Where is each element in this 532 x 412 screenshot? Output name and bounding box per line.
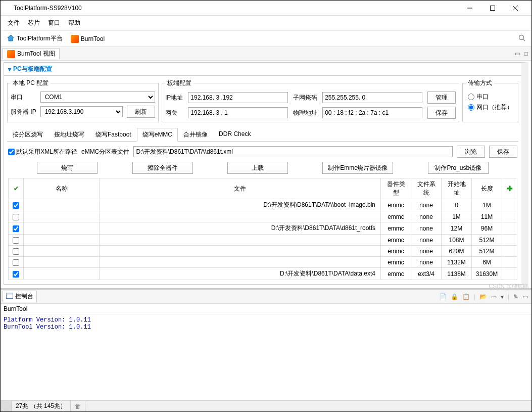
toolbar-burntool-label: BurnTool: [81, 35, 105, 42]
cell-dev: emmc: [381, 211, 411, 222]
console-output[interactable]: Platform Version: 1.0.11 BurnTool Versio…: [1, 314, 531, 400]
row-check[interactable]: [13, 214, 19, 220]
cell-start: 1M: [442, 211, 472, 222]
tab-merge[interactable]: 合并镜像: [178, 128, 213, 142]
tab-fastboot[interactable]: 烧写Fastboot: [90, 128, 137, 142]
svg-rect-1: [490, 6, 495, 10]
console-tool-5[interactable]: ▭: [490, 293, 498, 301]
cell-fs: none: [411, 235, 442, 246]
console-tool-7[interactable]: ▭: [521, 293, 529, 301]
manage-button[interactable]: 管理: [427, 91, 456, 104]
row-check[interactable]: [13, 225, 19, 232]
table-row[interactable]: emmcnone620M512M: [9, 246, 517, 257]
row-check[interactable]: [13, 259, 19, 266]
cell-file: D:\开发资料\D861T\DATA\d861t_rootfs: [100, 222, 381, 235]
tab-emmc[interactable]: 烧写eMMC: [137, 128, 178, 142]
browse-button[interactable]: 浏览: [457, 146, 485, 158]
close-button[interactable]: [504, 1, 526, 16]
cell-dev: emmc: [381, 199, 411, 211]
app-icon: [6, 4, 14, 12]
main-body: ▾ PC与板端配置 本地 PC 配置 串口 COM1 服务器 IP 192.16…: [1, 61, 531, 288]
console-tool-dropdown-icon[interactable]: ▾: [499, 293, 505, 301]
tab-address[interactable]: 按地址烧写: [49, 128, 90, 142]
row-check[interactable]: [13, 237, 19, 244]
cell-dev: emmc: [381, 268, 411, 280]
ip-label: IP地址: [165, 94, 183, 102]
console-tool-3[interactable]: 📋: [461, 293, 471, 301]
toolbar-platform[interactable]: ToolPlatform平台: [4, 33, 66, 44]
xml-default-check[interactable]: 默认采用XML所在路径: [8, 148, 77, 156]
toolbar: ToolPlatform平台 BurnTool: [1, 31, 531, 47]
cell-action: [502, 211, 517, 222]
refresh-button[interactable]: 刷新: [127, 106, 155, 118]
cell-action: [502, 199, 517, 211]
make-emmc-button[interactable]: 制作Emmc烧片器镜像: [322, 162, 393, 174]
menu-help[interactable]: 帮助: [65, 18, 83, 28]
view-tab-label: BurnTool 视图: [17, 50, 55, 58]
radio-net[interactable]: 网口（推荐）: [468, 103, 513, 112]
mask-input[interactable]: [322, 92, 422, 103]
burn-button[interactable]: 烧写: [37, 162, 98, 174]
cell-name: [24, 257, 100, 268]
table-row[interactable]: D:\开发资料\D861T\DATA\boot_image.binemmcnon…: [9, 199, 517, 211]
status-text: 27兆 （共 145兆）: [12, 401, 71, 411]
table-row[interactable]: emmcnone108M512M: [9, 235, 517, 246]
tab-ddr[interactable]: DDR Check: [213, 128, 256, 142]
row-check[interactable]: [13, 202, 19, 209]
console-tool-6[interactable]: ✎: [512, 293, 520, 301]
svg-rect-8: [7, 293, 13, 295]
cell-start: 12M: [442, 222, 472, 235]
board-save-button[interactable]: 保存: [427, 107, 456, 119]
col-devtype: 器件类型: [381, 178, 411, 199]
search-icon[interactable]: [518, 34, 528, 43]
menu-chip[interactable]: 芯片: [25, 18, 43, 28]
cell-fs: none: [411, 222, 442, 235]
menu-window[interactable]: 窗口: [45, 18, 63, 28]
menu-file[interactable]: 文件: [5, 18, 23, 28]
mac-input[interactable]: [322, 107, 422, 118]
cell-file: [100, 211, 381, 222]
cell-start: 1132M: [442, 257, 472, 268]
view-minimize-icon[interactable]: ▭: [513, 50, 522, 57]
tab-body-emmc: 默认采用XML所在路径 eMMC分区表文件 浏览 保存 烧写 擦除全器件 上载 …: [4, 142, 521, 284]
svg-point-5: [519, 35, 524, 40]
cell-dev: emmc: [381, 246, 411, 257]
row-check[interactable]: [13, 271, 19, 278]
console-tool-1[interactable]: 📄: [438, 293, 448, 301]
make-pro-button[interactable]: 制作Pro_usb镜像: [428, 162, 489, 174]
accordion-header[interactable]: ▾ PC与板端配置: [4, 63, 521, 76]
gw-input[interactable]: [188, 107, 288, 118]
ip-input[interactable]: [188, 92, 288, 103]
console-tool-4[interactable]: 📂: [478, 293, 489, 301]
serial-select[interactable]: COM1: [40, 91, 155, 103]
console-tab[interactable]: 控制台: [3, 291, 37, 302]
trash-icon[interactable]: 🗑: [75, 403, 81, 410]
check-all-icon[interactable]: ✔: [14, 185, 19, 192]
collapse-icon: ▾: [8, 66, 11, 73]
upload-button[interactable]: 上载: [227, 162, 288, 174]
toolbar-burntool[interactable]: BurnTool: [68, 34, 108, 44]
cell-len: 512M: [472, 246, 502, 257]
menu-bar: 文件 芯片 窗口 帮助: [1, 16, 531, 31]
console-tool-lock-icon[interactable]: 🔒: [449, 293, 460, 301]
console-title: BurnTool: [1, 304, 531, 314]
maximize-button[interactable]: [481, 1, 504, 16]
cell-name: [24, 235, 100, 246]
cell-name: [24, 222, 100, 235]
xml-path-input[interactable]: [133, 146, 453, 157]
add-row-icon[interactable]: ✚: [507, 185, 513, 193]
tab-partition[interactable]: 按分区烧写: [7, 128, 49, 142]
status-grip: [1, 401, 12, 411]
radio-serial[interactable]: 串口: [468, 93, 513, 101]
view-maximize-icon[interactable]: □: [523, 50, 529, 57]
table-row[interactable]: emmcnone1M11M: [9, 211, 517, 222]
table-row[interactable]: emmcnone1132M6M: [9, 257, 517, 268]
table-row[interactable]: D:\开发资料\D861T\DATA\data.ext4emmcext3/411…: [9, 268, 517, 280]
minimize-button[interactable]: [458, 1, 481, 16]
xml-save-button[interactable]: 保存: [489, 146, 517, 158]
erase-button[interactable]: 擦除全器件: [132, 162, 193, 174]
row-check[interactable]: [13, 248, 19, 255]
table-row[interactable]: D:\开发资料\D861T\DATA\d861t_rootfsemmcnone1…: [9, 222, 517, 235]
server-ip-select[interactable]: 192.168.3.190: [40, 106, 123, 117]
view-tab-burntool[interactable]: BurnTool 视图: [3, 48, 60, 59]
